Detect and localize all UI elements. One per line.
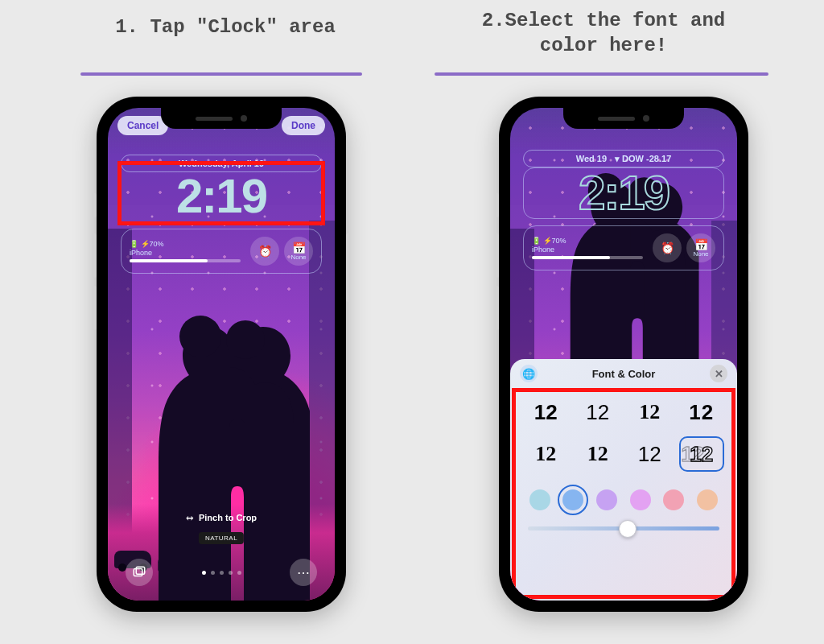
side-button-vol-down [93, 286, 97, 330]
side-button-power [748, 233, 752, 302]
caption-1-underline [80, 72, 362, 76]
side-button-silent [495, 193, 499, 217]
color-row [510, 477, 737, 515]
phone-mockup-1: Cancel Done Wednesday, April 19 2:19 🔋 ⚡… [97, 97, 346, 612]
date-widget[interactable]: Wed 19 ▾ DOW -28.17 [523, 150, 724, 167]
globe-button[interactable]: 🌐 [520, 365, 538, 382]
panel-title: Font & Color [592, 368, 656, 380]
slider-thumb[interactable] [619, 520, 637, 538]
step-1-caption: 1. Tap "Clock" area [56, 16, 394, 38]
font-option-6[interactable]: 12 [575, 436, 621, 472]
svg-rect-3 [136, 567, 145, 574]
color-swatch-4[interactable] [630, 489, 651, 510]
svg-point-1 [226, 320, 265, 359]
font-grid: 12 12 12 12 12 12 12 12 [510, 388, 737, 477]
color-swatch-6[interactable] [697, 489, 718, 510]
panel-header: 🌐 Font & Color ✕ [510, 359, 737, 388]
widget-row[interactable]: 🔋 ⚡70% iPhone ⏰ 📅 None [121, 229, 322, 274]
font-option-2[interactable]: 12 [575, 394, 621, 430]
battery-widget[interactable]: 🔋 ⚡70% iPhone [532, 237, 648, 260]
alarm-icon: ⏰ [258, 246, 272, 257]
none-widget-label: None [290, 254, 306, 261]
lockscreen-1: Cancel Done Wednesday, April 19 2:19 🔋 ⚡… [108, 108, 335, 601]
font-option-5[interactable]: 12 [523, 436, 569, 472]
phone-mockup-2: Wed 19 ▾ DOW -28.17 2:19 🔋 ⚡70% iPhone ⏰… [499, 97, 748, 612]
photos-button[interactable] [126, 559, 153, 586]
cancel-button[interactable]: Cancel [117, 116, 168, 135]
globe-icon: 🌐 [522, 368, 535, 380]
page-dots [202, 571, 241, 575]
highlight-clock-area [117, 161, 325, 225]
battery-pct: ⚡70% [141, 240, 164, 248]
alarm-icon: ⏰ [661, 242, 674, 254]
none-widget[interactable]: 📅 None [284, 237, 313, 266]
side-button-power [346, 233, 350, 302]
battery-pct: ⚡70% [543, 237, 566, 245]
font-option-3[interactable]: 12 [627, 394, 673, 430]
svg-rect-2 [134, 569, 142, 576]
date-label: Wed 19 [576, 154, 607, 163]
close-icon: ✕ [715, 368, 723, 380]
phone-notch [563, 108, 684, 129]
pinch-to-crop-label: ⤢ Pinch to Crop [108, 513, 335, 523]
alarm-widget[interactable]: ⏰ [250, 237, 279, 266]
color-swatch-5[interactable] [663, 489, 684, 510]
stock-label: ▾ DOW -28.17 [615, 154, 671, 164]
calendar-icon: 📅 [694, 239, 708, 250]
filter-natural-badge: NATURAL [199, 532, 244, 544]
alarm-widget[interactable]: ⏰ [653, 233, 682, 262]
font-color-panel: 🌐 Font & Color ✕ 12 12 12 12 12 12 12 12 [510, 359, 737, 601]
battery-device-label: iPhone [532, 246, 643, 254]
font-option-7[interactable]: 12 [627, 436, 673, 472]
color-swatch-2[interactable] [562, 489, 583, 510]
battery-widget[interactable]: 🔋 ⚡70% iPhone [130, 240, 245, 263]
done-button[interactable]: Done [282, 116, 325, 135]
font-option-4[interactable]: 12 [679, 394, 725, 430]
caption-2-underline [435, 72, 768, 76]
none-widget[interactable]: 📅 None [686, 233, 715, 262]
side-button-vol-down [495, 286, 499, 330]
battery-device-label: iPhone [130, 249, 241, 258]
clock-area[interactable]: 2:19 [523, 167, 724, 219]
lockscreen-2: Wed 19 ▾ DOW -28.17 2:19 🔋 ⚡70% iPhone ⏰… [510, 108, 737, 601]
crop-icon: ⤢ [183, 512, 196, 525]
phone-notch [161, 108, 282, 129]
font-option-8[interactable]: 12 [679, 436, 725, 472]
side-button-vol-up [495, 233, 499, 278]
side-button-silent [93, 193, 97, 217]
svg-point-0 [179, 316, 221, 357]
clock-time: 2:19 [579, 169, 669, 217]
weight-slider[interactable] [510, 515, 737, 539]
widget-row[interactable]: 🔋 ⚡70% iPhone ⏰ 📅 None [523, 225, 724, 270]
none-widget-label: None [693, 250, 708, 258]
calendar-icon: 📅 [292, 242, 306, 254]
color-swatch-1[interactable] [529, 489, 550, 510]
font-option-1[interactable]: 12 [523, 394, 569, 430]
step-2-caption: 2.Select the font and color here! [435, 8, 772, 58]
color-swatch-3[interactable] [596, 489, 617, 510]
more-button[interactable]: ⋯ [290, 559, 317, 586]
side-button-vol-up [93, 233, 97, 278]
close-button[interactable]: ✕ [710, 365, 727, 382]
